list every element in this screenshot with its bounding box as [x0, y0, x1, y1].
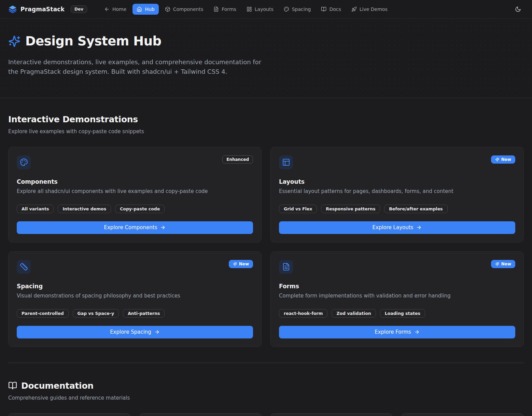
nav-item-layouts[interactable]: Layouts	[242, 4, 278, 15]
top-navbar: PragmaStack Dev Home Hub Components Fo	[0, 0, 532, 19]
badge-label: New	[501, 262, 511, 266]
nav-item-label: Home	[112, 6, 126, 12]
tag: Gap vs Space-y	[73, 309, 119, 318]
nav-item-home[interactable]: Home	[100, 4, 130, 15]
sparkles-icon	[233, 262, 237, 266]
panels-top-left-icon	[279, 155, 293, 169]
nav-item-label: Hub	[145, 6, 154, 12]
env-badge: Dev	[71, 5, 87, 13]
demos-section-header: Interactive Demonstrations Explore live …	[8, 114, 524, 135]
badge-label: Enhanced	[226, 157, 249, 162]
tag-row: Parent-controlled Gap vs Space-y Anti-pa…	[17, 309, 253, 318]
arrow-right-icon	[154, 329, 160, 335]
tag: All variants	[17, 205, 54, 213]
nav-item-label: Forms	[222, 6, 236, 12]
docs-section-title: Documentation	[8, 381, 524, 391]
tag: Parent-controlled	[17, 309, 69, 318]
docs-section-subtitle: Comprehensive guides and reference mater…	[8, 395, 524, 401]
theme-toggle-button[interactable]	[512, 3, 524, 15]
nav-item-label: Docs	[329, 6, 341, 12]
demo-card-grid: Enhanced Components Explore all shadcn/u…	[8, 147, 524, 347]
tag: Before/after examples	[384, 205, 447, 213]
button-label: Explore Layouts	[373, 224, 414, 231]
card-description: Essential layout patterns for pages, das…	[279, 188, 515, 194]
ruler-icon	[17, 260, 31, 274]
docs-card-grid: Quick Start 5-minute crash course Comple…	[8, 413, 524, 416]
package-icon	[165, 6, 170, 12]
tag-row: react-hook-form Zod validation Loading s…	[279, 309, 515, 318]
demo-card-forms: New Forms Complete form implementations …	[270, 251, 524, 347]
doc-card-quick-start[interactable]: Quick Start 5-minute crash course	[8, 413, 131, 416]
status-badge: New	[229, 260, 253, 268]
palette-icon	[284, 6, 289, 12]
tag-row: All variants Interactive demos Copy-past…	[17, 205, 253, 213]
layout-grid-icon	[247, 6, 252, 12]
arrow-right-icon	[416, 225, 422, 230]
nav-item-live-demos[interactable]: Live Demos	[347, 4, 392, 15]
nav-item-label: Spacing	[292, 6, 311, 12]
nav-item-label: Layouts	[255, 6, 274, 12]
button-label: Explore Forms	[375, 329, 411, 335]
tag: Interactive demos	[58, 205, 111, 213]
arrow-left-icon	[104, 6, 110, 12]
nav-item-label: Live Demos	[360, 6, 388, 12]
docs-title-label: Documentation	[21, 381, 94, 391]
file-text-icon	[279, 260, 293, 274]
home-icon	[137, 6, 142, 12]
sparkles-icon	[495, 262, 499, 266]
tag: Loading states	[380, 309, 425, 318]
explore-spacing-button[interactable]: Explore Spacing	[17, 326, 253, 338]
file-text-icon	[213, 6, 219, 12]
nav-item-components[interactable]: Components	[161, 4, 208, 15]
docs-section-header: Documentation Comprehensive guides and r…	[8, 381, 524, 401]
nav-item-label: Components	[173, 6, 204, 12]
card-title: Layouts	[279, 178, 515, 185]
demo-card-spacing: New Spacing Visual demonstrations of spa…	[8, 251, 262, 347]
doc-card-quick-reference[interactable]: Quick Reference Cheat sheet for lookups	[401, 413, 524, 416]
tag: Responsive patterns	[321, 205, 380, 213]
section-divider	[8, 363, 524, 363]
badge-label: New	[501, 157, 511, 162]
status-badge: New	[491, 260, 515, 268]
card-description: Visual demonstrations of spacing philoso…	[17, 293, 253, 299]
status-badge: Enhanced	[222, 155, 253, 164]
card-description: Complete form implementations with valid…	[279, 293, 515, 299]
book-open-icon	[321, 6, 326, 12]
card-title: Spacing	[17, 283, 253, 290]
brand-group[interactable]: PragmaStack Dev	[8, 5, 87, 14]
palette-icon	[17, 155, 31, 169]
tag: Copy-paste code	[115, 205, 165, 213]
tag: Anti-patterns	[123, 309, 165, 318]
rocket-icon	[351, 6, 357, 12]
layers-logo-icon	[8, 5, 17, 14]
nav-item-spacing[interactable]: Spacing	[280, 4, 315, 15]
nav-links: Home Hub Components Forms Layouts	[100, 4, 512, 15]
doc-card-complete-documentation[interactable]: Complete Documentation Full design syste…	[139, 413, 262, 416]
card-description: Explore all shadcn/ui components with li…	[17, 188, 253, 194]
card-title: Forms	[279, 283, 515, 290]
demos-section-subtitle: Explore live examples with copy-paste co…	[8, 128, 524, 135]
card-title: Components	[17, 178, 253, 185]
tag: react-hook-form	[279, 309, 327, 318]
tag-row: Grid vs Flex Responsive patterns Before/…	[279, 205, 515, 213]
demo-card-layouts: New Layouts Essential layout patterns fo…	[270, 147, 524, 242]
sparkles-icon	[495, 157, 499, 162]
demos-section-title: Interactive Demonstrations	[8, 114, 524, 124]
nav-item-forms[interactable]: Forms	[209, 4, 240, 15]
moon-icon	[515, 6, 521, 12]
arrow-right-icon	[160, 225, 166, 230]
tag: Grid vs Flex	[279, 205, 317, 213]
nav-item-hub[interactable]: Hub	[132, 4, 158, 15]
sparkles-icon	[8, 35, 20, 47]
explore-layouts-button[interactable]: Explore Layouts	[279, 221, 515, 234]
doc-card-ai-guidelines[interactable]: AI Guidelines Rules for AI code generati…	[270, 413, 393, 416]
hero-section: Design System Hub Interactive demonstrat…	[0, 19, 532, 98]
tag: Zod validation	[332, 309, 376, 318]
book-open-icon	[8, 381, 17, 390]
brand-name: PragmaStack	[20, 6, 65, 13]
arrow-right-icon	[414, 329, 420, 335]
nav-item-docs[interactable]: Docs	[317, 4, 345, 15]
button-label: Explore Spacing	[110, 329, 151, 335]
explore-components-button[interactable]: Explore Components	[17, 221, 253, 234]
explore-forms-button[interactable]: Explore Forms	[279, 326, 515, 338]
